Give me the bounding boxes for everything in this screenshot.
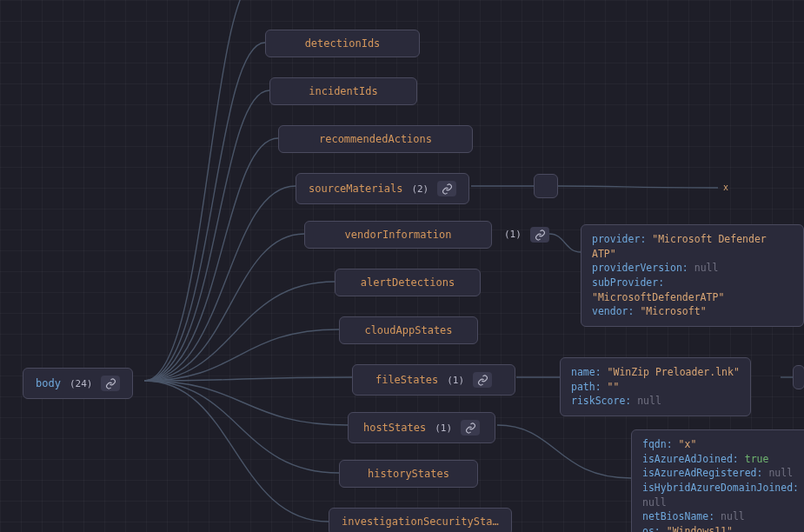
child-node-detectionIds[interactable]: detectionIds <box>265 30 420 57</box>
child-count: (1) <box>435 422 452 434</box>
vendor-ext-count: (1) <box>504 229 522 240</box>
child-node-fileStates[interactable]: fileStates (1) <box>352 364 515 396</box>
child-node-vendorInformation[interactable]: vendorInformation <box>304 221 492 249</box>
child-label: alertDetections <box>361 276 455 289</box>
child-node-hostStates[interactable]: hostStates (1) <box>348 412 495 443</box>
child-label: sourceMaterials <box>309 183 402 195</box>
child-node-cloudAppStates[interactable]: cloudAppStates <box>339 316 478 344</box>
small-connector-node[interactable] <box>534 174 558 198</box>
root-node-body[interactable]: body (24) <box>23 368 133 399</box>
x-mark: x <box>723 183 728 192</box>
detail-node-fileState[interactable]: name: "WinZip Preloader.lnk" path: "" ri… <box>560 357 751 416</box>
child-label: recommendedActions <box>319 133 432 145</box>
child-label: detectionIds <box>305 37 381 50</box>
link-icon[interactable] <box>461 420 480 436</box>
child-label: incidentIds <box>309 85 377 97</box>
child-count: (2) <box>411 183 429 195</box>
link-icon[interactable] <box>473 372 492 388</box>
child-node-alertDetections[interactable]: alertDetections <box>335 269 481 296</box>
child-label: historyStates <box>368 468 449 480</box>
child-node-sourceMaterials[interactable]: sourceMaterials (2) <box>296 173 469 204</box>
child-node-recommendedActions[interactable]: recommendedActions <box>278 125 473 153</box>
child-node-historyStates[interactable]: historyStates <box>339 460 478 488</box>
root-count: (24) <box>70 378 93 389</box>
link-icon[interactable] <box>530 227 549 243</box>
child-label: cloudAppStates <box>364 324 452 336</box>
detail-node-vendorInformation[interactable]: provider: "Microsoft Defender ATP" provi… <box>581 224 804 327</box>
child-label: investigationSecuritySta… <box>342 515 499 528</box>
root-label: body <box>36 377 61 389</box>
detail-node-hostState[interactable]: fqdn: "x" isAzureAdJoined: true isAzureA… <box>631 429 804 532</box>
child-node-incidentIds[interactable]: incidentIds <box>269 77 417 105</box>
small-connector-node-right[interactable] <box>793 365 804 389</box>
child-count: (1) <box>447 375 464 386</box>
child-node-investigationSecurityStates[interactable]: investigationSecuritySta… <box>329 508 512 532</box>
child-label: fileStates <box>375 374 438 386</box>
link-icon[interactable] <box>437 181 456 196</box>
child-label: hostStates <box>363 422 426 434</box>
link-icon[interactable] <box>101 376 120 391</box>
child-label: vendorInformation <box>345 229 452 241</box>
